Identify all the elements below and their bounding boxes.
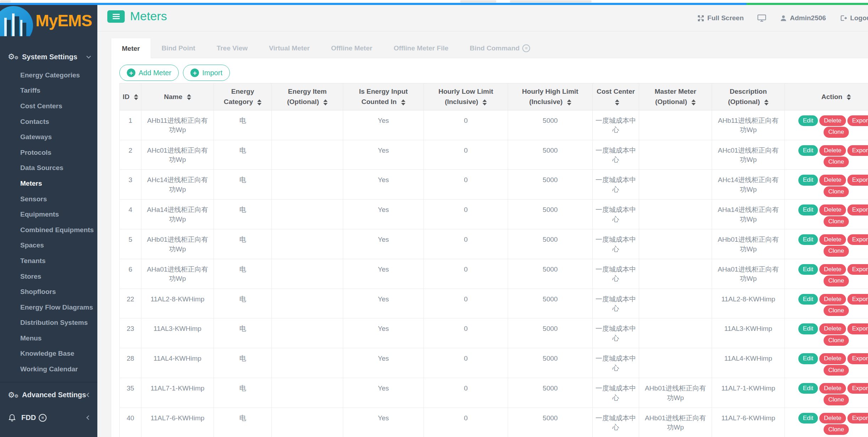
sidebar-item-combined-equipments[interactable]: Combined Equipments [0, 222, 97, 238]
delete-button[interactable]: Delete [819, 175, 846, 185]
sidebar-section-users-privileges[interactable]: Users & Privileges [0, 431, 97, 437]
brand-name: MyEMS [36, 11, 92, 30]
edit-button[interactable]: Edit [798, 413, 818, 424]
clone-button[interactable]: Clone [824, 365, 848, 376]
sidebar-item-working-calendar[interactable]: Working Calendar [0, 361, 97, 377]
column-header-id[interactable]: ID [120, 83, 141, 110]
tab-meter[interactable]: Meter [111, 38, 151, 59]
sidebar-item-energy-flow-diagrams[interactable]: Energy Flow Diagrams [0, 300, 97, 315]
table-head: ID Name Energy Category Energy Item (Opt… [120, 83, 868, 110]
tab-bind-point[interactable]: Bind Point [151, 38, 206, 58]
sidebar-item-energy-categories[interactable]: Energy Categories [0, 67, 97, 83]
sidebar-toggle-button[interactable] [107, 10, 125, 23]
export-button[interactable]: Export [847, 234, 868, 245]
tab-offline-meter-file[interactable]: Offline Meter File [383, 38, 459, 58]
column-header-hourly-high-limit-inclusive[interactable]: Hourly High Limit (Inclusive) [508, 83, 593, 110]
clone-button[interactable]: Clone [824, 186, 848, 197]
sidebar-section-system-settings[interactable]: ⚙⚙ System Settings [0, 49, 97, 65]
edit-button[interactable]: Edit [798, 115, 818, 126]
column-header-cost-center[interactable]: Cost Center [593, 83, 639, 110]
clone-button[interactable]: Clone [824, 305, 848, 316]
edit-button[interactable]: Edit [798, 383, 818, 394]
sidebar-item-distribution-systems[interactable]: Distribution Systems [0, 315, 97, 331]
edit-button[interactable]: Edit [798, 353, 818, 364]
column-header-name[interactable]: Name [141, 83, 214, 110]
export-button[interactable]: Export [847, 175, 868, 185]
sidebar-item-menus[interactable]: Menus [0, 331, 97, 346]
column-header-master-meter-optional[interactable]: Master Meter (Optional) [639, 83, 712, 110]
cell-low: 0 [424, 229, 508, 259]
logout-button[interactable]: Logout [840, 14, 868, 22]
export-button[interactable]: Export [847, 204, 868, 215]
delete-button[interactable]: Delete [819, 234, 846, 245]
column-header-energy-category[interactable]: Energy Category [214, 83, 272, 110]
tab-offline-meter[interactable]: Offline Meter [320, 38, 383, 58]
clone-button[interactable]: Clone [824, 246, 848, 256]
sidebar-section-fdd[interactable]: FDD ≡ [0, 408, 97, 428]
delete-button[interactable]: Delete [819, 115, 846, 126]
sidebar-item-data-sources[interactable]: Data Sources [0, 160, 97, 176]
user-menu[interactable]: Admin2506 [780, 14, 826, 22]
edit-button[interactable]: Edit [798, 294, 818, 305]
sidebar-item-tenants[interactable]: Tenants [0, 253, 97, 269]
edit-button[interactable]: Edit [798, 204, 818, 215]
column-header-energy-item-optional[interactable]: Energy Item (Optional) [272, 83, 343, 110]
console-button[interactable] [757, 14, 766, 22]
column-header-action[interactable]: Action [785, 83, 868, 110]
sidebar-item-equipments[interactable]: Equipments [0, 207, 97, 222]
clone-button[interactable]: Clone [824, 424, 848, 435]
cell-description: 11AL3-KWHimp [712, 318, 785, 348]
fullscreen-button[interactable]: Full Screen [697, 14, 744, 22]
column-header-description-optional[interactable]: Description (Optional) [712, 83, 785, 110]
column-header-hourly-low-limit-inclusive[interactable]: Hourly Low Limit (Inclusive) [424, 83, 508, 110]
clone-button[interactable]: Clone [824, 275, 848, 286]
export-button[interactable]: Export [847, 145, 868, 156]
delete-button[interactable]: Delete [819, 145, 846, 156]
tab-tree-view[interactable]: Tree View [206, 38, 258, 58]
sidebar-item-protocols[interactable]: Protocols [0, 145, 97, 160]
export-button[interactable]: Export [847, 294, 868, 305]
cell-actions: EditDeleteExportClone [785, 289, 868, 318]
sidebar-item-cost-centers[interactable]: Cost Centers [0, 98, 97, 114]
sidebar-section-advanced-settings[interactable]: ⚙⚙ Advanced Settings [0, 385, 97, 405]
sidebar-item-tariffs[interactable]: Tariffs [0, 83, 97, 99]
export-button[interactable]: Export [847, 264, 868, 275]
delete-button[interactable]: Delete [819, 413, 846, 424]
delete-button[interactable]: Delete [819, 204, 846, 215]
delete-button[interactable]: Delete [819, 294, 846, 305]
export-button[interactable]: Export [847, 115, 868, 126]
sidebar-item-meters[interactable]: Meters [0, 176, 97, 191]
clone-button[interactable]: Clone [824, 335, 848, 346]
sidebar-item-gateways[interactable]: Gateways [0, 129, 97, 145]
export-button[interactable]: Export [847, 353, 868, 364]
clone-button[interactable]: Clone [824, 394, 848, 405]
edit-button[interactable]: Edit [798, 323, 818, 334]
sidebar-item-sensors[interactable]: Sensors [0, 191, 97, 207]
tab-bind-command[interactable]: Bind Command≡ [459, 38, 541, 58]
edit-button[interactable]: Edit [798, 264, 818, 275]
sidebar-item-stores[interactable]: Stores [0, 269, 97, 284]
edit-button[interactable]: Edit [798, 234, 818, 245]
delete-button[interactable]: Delete [819, 323, 846, 334]
sidebar-item-knowledge-base[interactable]: Knowledge Base [0, 346, 97, 362]
clone-button[interactable]: Clone [824, 127, 848, 137]
delete-button[interactable]: Delete [819, 264, 846, 275]
sidebar-item-shopfloors[interactable]: Shopfloors [0, 284, 97, 300]
sidebar-item-contacts[interactable]: Contacts [0, 114, 97, 130]
column-header-is-energy-input-counted-in[interactable]: Is Energy Input Counted In [343, 83, 424, 110]
sidebar-item-spaces[interactable]: Spaces [0, 238, 97, 253]
cell-description: 11AL2-8-KWHimp [712, 289, 785, 318]
tab-virtual-meter[interactable]: Virtual Meter [258, 38, 320, 58]
export-button[interactable]: Export [847, 413, 868, 424]
clone-button[interactable]: Clone [824, 216, 848, 227]
clone-button[interactable]: Clone [824, 157, 848, 167]
edit-button[interactable]: Edit [798, 175, 818, 185]
edit-button[interactable]: Edit [798, 145, 818, 156]
delete-button[interactable]: Delete [819, 353, 846, 364]
export-button[interactable]: Export [847, 383, 868, 394]
delete-button[interactable]: Delete [819, 383, 846, 394]
add-meter-button[interactable]: + Add Meter [119, 65, 179, 81]
import-button[interactable]: + Import [183, 65, 230, 81]
cell-energy-item [272, 318, 343, 348]
export-button[interactable]: Export [847, 323, 868, 334]
